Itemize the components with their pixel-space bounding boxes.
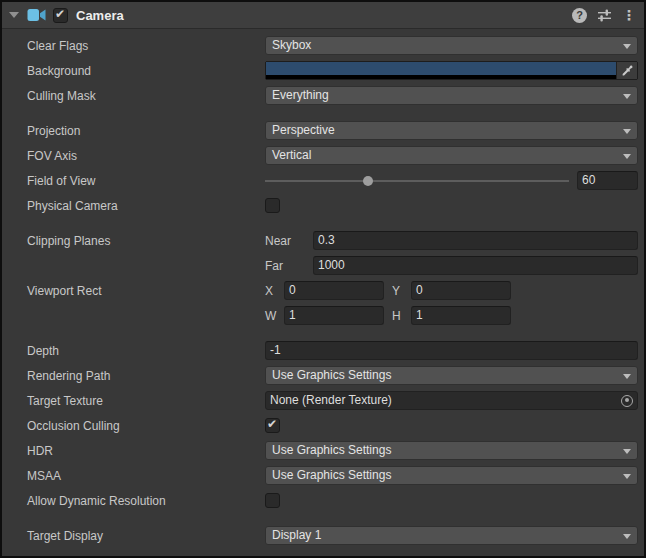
viewport-y-label: Y <box>392 284 411 298</box>
row-target-display: Target Display Display 1 <box>2 523 644 548</box>
msaa-dropdown[interactable]: Use Graphics Settings <box>265 466 638 485</box>
msaa-label: MSAA <box>2 469 265 483</box>
rendering-path-dropdown[interactable]: Use Graphics Settings <box>265 366 638 385</box>
object-picker-icon[interactable] <box>621 395 633 407</box>
field-of-view-slider[interactable] <box>265 180 577 182</box>
row-msaa: MSAA Use Graphics Settings <box>2 463 644 488</box>
clear-flags-label: Clear Flags <box>2 39 265 53</box>
viewport-x-field[interactable]: 0 <box>284 281 384 300</box>
projection-dropdown[interactable]: Perspective <box>265 121 638 140</box>
row-rendering-path: Rendering Path Use Graphics Settings <box>2 363 644 388</box>
help-icon[interactable]: ? <box>572 8 587 23</box>
row-allow-dynamic-resolution: Allow Dynamic Resolution <box>2 488 644 513</box>
row-occlusion-culling: Occlusion Culling <box>2 413 644 438</box>
physical-camera-checkbox[interactable] <box>265 198 280 213</box>
row-clipping-far: Far 1000 <box>2 253 644 278</box>
viewport-y-field[interactable]: 0 <box>411 281 511 300</box>
background-alpha-bar <box>266 75 616 79</box>
component-header: Camera ? ⋮ <box>2 2 644 29</box>
clear-flags-dropdown[interactable]: Skybox <box>265 36 638 55</box>
camera-inspector-panel: Camera ? ⋮ Clear Flags Skybox Background <box>0 0 646 558</box>
allow-dynamic-resolution-checkbox[interactable] <box>265 493 280 508</box>
viewport-h-field[interactable]: 1 <box>411 306 511 325</box>
viewport-w-field[interactable]: 1 <box>284 306 384 325</box>
field-of-view-value-field[interactable]: 60 <box>577 171 638 190</box>
target-texture-object-field[interactable]: None (Render Texture) <box>265 391 638 410</box>
hdr-label: HDR <box>2 444 265 458</box>
depth-field[interactable]: -1 <box>265 341 638 360</box>
presets-icon[interactable] <box>597 8 612 23</box>
row-target-texture: Target Texture None (Render Texture) <box>2 388 644 413</box>
target-texture-value: None (Render Texture) <box>270 392 621 409</box>
field-of-view-label: Field of View <box>2 174 265 188</box>
row-clear-flags: Clear Flags Skybox <box>2 33 644 58</box>
row-culling-mask: Culling Mask Everything <box>2 83 644 108</box>
clipping-planes-label: Clipping Planes <box>2 234 265 248</box>
component-title: Camera <box>76 8 124 23</box>
target-display-dropdown[interactable]: Display 1 <box>265 526 638 545</box>
camera-icon <box>27 8 46 22</box>
viewport-h-label: H <box>392 309 411 323</box>
allow-dynamic-resolution-label: Allow Dynamic Resolution <box>2 494 265 508</box>
background-label: Background <box>2 64 265 78</box>
background-color-field[interactable] <box>265 61 638 80</box>
row-depth: Depth -1 <box>2 338 644 363</box>
fov-axis-dropdown[interactable]: Vertical <box>265 146 638 165</box>
component-enabled-checkbox[interactable] <box>53 8 68 23</box>
occlusion-culling-checkbox[interactable] <box>265 418 280 433</box>
culling-mask-dropdown[interactable]: Everything <box>265 86 638 105</box>
slider-handle[interactable] <box>363 176 373 186</box>
row-viewport-wh: W 1 H 1 <box>2 303 644 328</box>
target-display-label: Target Display <box>2 529 265 543</box>
eyedropper-icon <box>621 64 634 77</box>
fov-axis-label: FOV Axis <box>2 149 265 163</box>
near-field[interactable]: 0.3 <box>313 231 638 250</box>
far-label: Far <box>265 259 313 273</box>
rendering-path-label: Rendering Path <box>2 369 265 383</box>
target-texture-label: Target Texture <box>2 394 265 408</box>
row-fov-axis: FOV Axis Vertical <box>2 143 644 168</box>
eyedropper-button[interactable] <box>616 62 637 79</box>
slider-track[interactable] <box>265 180 569 182</box>
viewport-x-label: X <box>265 284 284 298</box>
row-clipping-near: Clipping Planes Near 0.3 <box>2 228 644 253</box>
physical-camera-label: Physical Camera <box>2 199 265 213</box>
hdr-dropdown[interactable]: Use Graphics Settings <box>265 441 638 460</box>
depth-label: Depth <box>2 344 265 358</box>
far-field[interactable]: 1000 <box>313 256 638 275</box>
row-viewport-xy: Viewport Rect X 0 Y 0 <box>2 278 644 303</box>
row-field-of-view: Field of View 60 <box>2 168 644 193</box>
viewport-w-label: W <box>265 309 284 323</box>
occlusion-culling-label: Occlusion Culling <box>2 419 265 433</box>
foldout-arrow-icon[interactable] <box>9 12 19 18</box>
projection-label: Projection <box>2 124 265 138</box>
background-color-swatch[interactable] <box>266 62 616 75</box>
row-hdr: HDR Use Graphics Settings <box>2 438 644 463</box>
near-label: Near <box>265 234 313 248</box>
culling-mask-label: Culling Mask <box>2 89 265 103</box>
row-physical-camera: Physical Camera <box>2 193 644 218</box>
row-projection: Projection Perspective <box>2 118 644 143</box>
inspector-body: Clear Flags Skybox Background <box>2 29 644 548</box>
more-options-icon[interactable]: ⋮ <box>622 8 636 23</box>
row-background: Background <box>2 58 644 83</box>
viewport-rect-label: Viewport Rect <box>2 284 265 298</box>
